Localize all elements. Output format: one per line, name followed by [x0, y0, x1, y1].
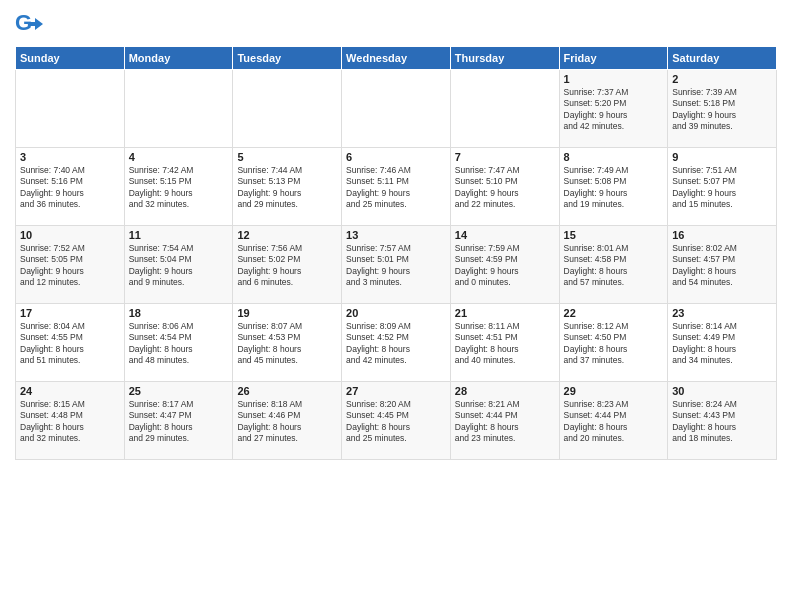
day-cell: 18Sunrise: 8:06 AMSunset: 4:54 PMDayligh… [124, 304, 233, 382]
header-day-wednesday: Wednesday [342, 47, 451, 70]
day-info: Sunrise: 7:39 AMSunset: 5:18 PMDaylight:… [672, 87, 772, 133]
day-cell: 8Sunrise: 7:49 AMSunset: 5:08 PMDaylight… [559, 148, 668, 226]
week-row-1: 1Sunrise: 7:37 AMSunset: 5:20 PMDaylight… [16, 70, 777, 148]
day-number: 5 [237, 151, 337, 163]
day-number: 11 [129, 229, 229, 241]
day-number: 8 [564, 151, 664, 163]
day-cell [450, 70, 559, 148]
day-info: Sunrise: 8:24 AMSunset: 4:43 PMDaylight:… [672, 399, 772, 445]
day-cell: 20Sunrise: 8:09 AMSunset: 4:52 PMDayligh… [342, 304, 451, 382]
header-row: SundayMondayTuesdayWednesdayThursdayFrid… [16, 47, 777, 70]
day-info: Sunrise: 8:06 AMSunset: 4:54 PMDaylight:… [129, 321, 229, 367]
day-cell: 27Sunrise: 8:20 AMSunset: 4:45 PMDayligh… [342, 382, 451, 460]
logo: G [15, 10, 47, 38]
day-cell [16, 70, 125, 148]
day-info: Sunrise: 8:01 AMSunset: 4:58 PMDaylight:… [564, 243, 664, 289]
day-cell: 14Sunrise: 7:59 AMSunset: 4:59 PMDayligh… [450, 226, 559, 304]
day-info: Sunrise: 7:51 AMSunset: 5:07 PMDaylight:… [672, 165, 772, 211]
day-number: 21 [455, 307, 555, 319]
day-cell: 23Sunrise: 8:14 AMSunset: 4:49 PMDayligh… [668, 304, 777, 382]
day-number: 9 [672, 151, 772, 163]
week-row-4: 17Sunrise: 8:04 AMSunset: 4:55 PMDayligh… [16, 304, 777, 382]
day-info: Sunrise: 7:42 AMSunset: 5:15 PMDaylight:… [129, 165, 229, 211]
day-number: 7 [455, 151, 555, 163]
day-number: 29 [564, 385, 664, 397]
day-cell: 30Sunrise: 8:24 AMSunset: 4:43 PMDayligh… [668, 382, 777, 460]
day-cell: 11Sunrise: 7:54 AMSunset: 5:04 PMDayligh… [124, 226, 233, 304]
day-cell: 6Sunrise: 7:46 AMSunset: 5:11 PMDaylight… [342, 148, 451, 226]
day-number: 10 [20, 229, 120, 241]
day-number: 26 [237, 385, 337, 397]
day-info: Sunrise: 8:15 AMSunset: 4:48 PMDaylight:… [20, 399, 120, 445]
day-number: 6 [346, 151, 446, 163]
day-cell: 4Sunrise: 7:42 AMSunset: 5:15 PMDaylight… [124, 148, 233, 226]
header-day-monday: Monday [124, 47, 233, 70]
day-info: Sunrise: 8:02 AMSunset: 4:57 PMDaylight:… [672, 243, 772, 289]
day-number: 14 [455, 229, 555, 241]
day-cell: 3Sunrise: 7:40 AMSunset: 5:16 PMDaylight… [16, 148, 125, 226]
day-cell: 2Sunrise: 7:39 AMSunset: 5:18 PMDaylight… [668, 70, 777, 148]
day-info: Sunrise: 7:44 AMSunset: 5:13 PMDaylight:… [237, 165, 337, 211]
day-number: 1 [564, 73, 664, 85]
day-cell: 13Sunrise: 7:57 AMSunset: 5:01 PMDayligh… [342, 226, 451, 304]
day-info: Sunrise: 8:07 AMSunset: 4:53 PMDaylight:… [237, 321, 337, 367]
day-number: 28 [455, 385, 555, 397]
day-cell [342, 70, 451, 148]
day-info: Sunrise: 7:57 AMSunset: 5:01 PMDaylight:… [346, 243, 446, 289]
day-info: Sunrise: 8:23 AMSunset: 4:44 PMDaylight:… [564, 399, 664, 445]
day-cell: 1Sunrise: 7:37 AMSunset: 5:20 PMDaylight… [559, 70, 668, 148]
day-number: 23 [672, 307, 772, 319]
week-row-5: 24Sunrise: 8:15 AMSunset: 4:48 PMDayligh… [16, 382, 777, 460]
day-cell: 12Sunrise: 7:56 AMSunset: 5:02 PMDayligh… [233, 226, 342, 304]
day-number: 15 [564, 229, 664, 241]
day-info: Sunrise: 7:37 AMSunset: 5:20 PMDaylight:… [564, 87, 664, 133]
day-info: Sunrise: 8:11 AMSunset: 4:51 PMDaylight:… [455, 321, 555, 367]
day-cell: 19Sunrise: 8:07 AMSunset: 4:53 PMDayligh… [233, 304, 342, 382]
day-number: 24 [20, 385, 120, 397]
calendar-page: G SundayMondayTuesdayWednesdayThursdayFr… [0, 0, 792, 612]
day-cell: 24Sunrise: 8:15 AMSunset: 4:48 PMDayligh… [16, 382, 125, 460]
day-cell: 15Sunrise: 8:01 AMSunset: 4:58 PMDayligh… [559, 226, 668, 304]
day-info: Sunrise: 8:09 AMSunset: 4:52 PMDaylight:… [346, 321, 446, 367]
day-number: 16 [672, 229, 772, 241]
day-number: 25 [129, 385, 229, 397]
day-number: 20 [346, 307, 446, 319]
day-info: Sunrise: 7:49 AMSunset: 5:08 PMDaylight:… [564, 165, 664, 211]
day-cell: 9Sunrise: 7:51 AMSunset: 5:07 PMDaylight… [668, 148, 777, 226]
header-day-sunday: Sunday [16, 47, 125, 70]
day-info: Sunrise: 8:12 AMSunset: 4:50 PMDaylight:… [564, 321, 664, 367]
day-info: Sunrise: 7:56 AMSunset: 5:02 PMDaylight:… [237, 243, 337, 289]
day-cell: 28Sunrise: 8:21 AMSunset: 4:44 PMDayligh… [450, 382, 559, 460]
header-day-thursday: Thursday [450, 47, 559, 70]
day-number: 13 [346, 229, 446, 241]
header-day-friday: Friday [559, 47, 668, 70]
day-info: Sunrise: 8:04 AMSunset: 4:55 PMDaylight:… [20, 321, 120, 367]
day-cell: 25Sunrise: 8:17 AMSunset: 4:47 PMDayligh… [124, 382, 233, 460]
day-info: Sunrise: 8:18 AMSunset: 4:46 PMDaylight:… [237, 399, 337, 445]
day-number: 2 [672, 73, 772, 85]
day-cell [124, 70, 233, 148]
day-cell: 26Sunrise: 8:18 AMSunset: 4:46 PMDayligh… [233, 382, 342, 460]
day-info: Sunrise: 8:20 AMSunset: 4:45 PMDaylight:… [346, 399, 446, 445]
day-info: Sunrise: 7:52 AMSunset: 5:05 PMDaylight:… [20, 243, 120, 289]
day-info: Sunrise: 8:21 AMSunset: 4:44 PMDaylight:… [455, 399, 555, 445]
calendar-table: SundayMondayTuesdayWednesdayThursdayFrid… [15, 46, 777, 460]
day-cell: 29Sunrise: 8:23 AMSunset: 4:44 PMDayligh… [559, 382, 668, 460]
day-cell: 5Sunrise: 7:44 AMSunset: 5:13 PMDaylight… [233, 148, 342, 226]
day-cell: 10Sunrise: 7:52 AMSunset: 5:05 PMDayligh… [16, 226, 125, 304]
week-row-3: 10Sunrise: 7:52 AMSunset: 5:05 PMDayligh… [16, 226, 777, 304]
day-cell: 21Sunrise: 8:11 AMSunset: 4:51 PMDayligh… [450, 304, 559, 382]
day-info: Sunrise: 7:59 AMSunset: 4:59 PMDaylight:… [455, 243, 555, 289]
day-number: 3 [20, 151, 120, 163]
day-cell [233, 70, 342, 148]
day-info: Sunrise: 7:40 AMSunset: 5:16 PMDaylight:… [20, 165, 120, 211]
day-info: Sunrise: 8:17 AMSunset: 4:47 PMDaylight:… [129, 399, 229, 445]
day-number: 4 [129, 151, 229, 163]
header-day-saturday: Saturday [668, 47, 777, 70]
day-info: Sunrise: 7:54 AMSunset: 5:04 PMDaylight:… [129, 243, 229, 289]
header: G [15, 10, 777, 38]
day-cell: 17Sunrise: 8:04 AMSunset: 4:55 PMDayligh… [16, 304, 125, 382]
day-info: Sunrise: 7:47 AMSunset: 5:10 PMDaylight:… [455, 165, 555, 211]
day-info: Sunrise: 7:46 AMSunset: 5:11 PMDaylight:… [346, 165, 446, 211]
day-number: 17 [20, 307, 120, 319]
